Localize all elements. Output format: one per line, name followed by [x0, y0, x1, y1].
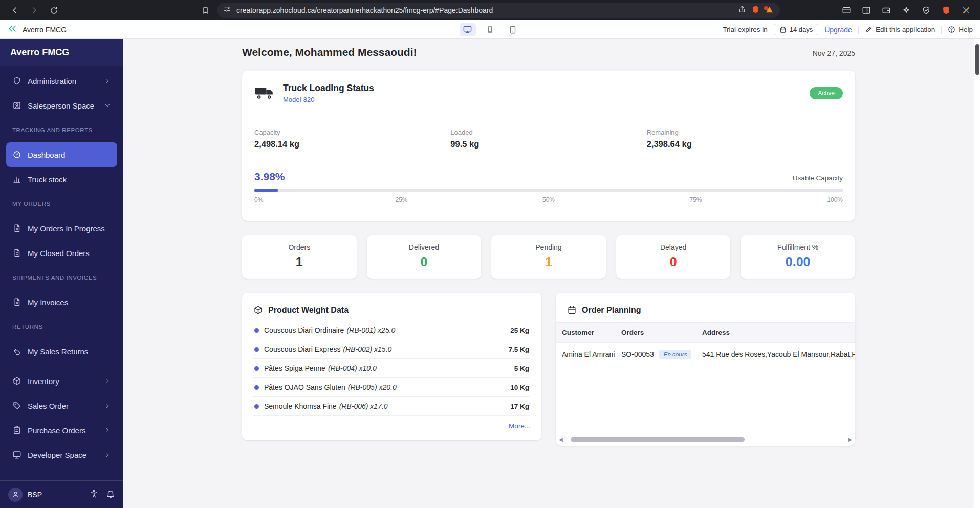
- bar-chart-icon: [12, 175, 21, 184]
- page-scrollbar[interactable]: [974, 39, 980, 508]
- stat-label: Orders: [242, 243, 357, 251]
- truck-model-link[interactable]: Model-820: [283, 96, 374, 103]
- cell-address: 541 Rue des Roses,Yacoub El Mansour,Raba…: [702, 350, 855, 358]
- page-scrollbar-thumb[interactable]: [975, 44, 979, 75]
- vpn-shield-icon[interactable]: [920, 4, 933, 17]
- address-bar[interactable]: creatorapp.zohocloud.ca/creatorpartnerha…: [217, 3, 780, 18]
- sidebar-item-label: Salesperson Space: [28, 101, 94, 110]
- extension-notification-icon[interactable]: [765, 5, 774, 16]
- help-button[interactable]: Help: [948, 26, 973, 33]
- edit-application-button[interactable]: Edit this application: [865, 26, 935, 33]
- sidebar-item-label: Inventory: [28, 377, 59, 386]
- order-table-header: Customer Orders Address: [556, 322, 855, 343]
- order-planning-card: Order Planning Customer Orders Address A…: [556, 293, 855, 446]
- product-weight: 5 Kg: [514, 365, 529, 372]
- wallet-icon[interactable]: [880, 4, 893, 17]
- sidebar-item-sales-order[interactable]: Sales Order: [6, 393, 117, 418]
- accessibility-icon[interactable]: [90, 489, 99, 500]
- scroll-right-icon[interactable]: ▶: [848, 437, 852, 442]
- sidebar-item-dashboard[interactable]: Dashboard: [6, 142, 117, 167]
- sidebar-user-bar: BSP: [0, 480, 123, 508]
- product-weight: 25 Kg: [510, 327, 529, 334]
- tab-preview-icon[interactable]: [840, 4, 853, 17]
- status-badge: Active: [810, 87, 843, 99]
- main-content: Welcome, Mohammed Messaoudi! Nov 27, 202…: [123, 39, 974, 508]
- kpi-row: Orders 1 Delivered 0 Pending 1 Delayed 0…: [242, 235, 855, 279]
- horizontal-scrollbar[interactable]: ◀ ▶: [559, 436, 852, 443]
- sidebar-item-developer-space[interactable]: Developer Space: [6, 442, 117, 467]
- remaining-metric: Remaining 2,398.64 kg: [647, 129, 843, 149]
- product-spec: (RB-006) x17.0: [339, 402, 388, 410]
- column-customer: Customer: [556, 329, 621, 336]
- device-phone-icon[interactable]: [482, 23, 498, 36]
- scrollbar-thumb[interactable]: [571, 437, 745, 442]
- loaded-label: Loaded: [450, 129, 646, 136]
- table-row[interactable]: Amina El Amrani SO-00053 En cours 541 Ru…: [556, 343, 855, 366]
- product-weight: 17 Kg: [510, 403, 529, 410]
- sidebar-item-purchase-orders[interactable]: Purchase Orders: [6, 418, 117, 442]
- calendar-icon: [567, 305, 577, 315]
- remaining-value: 2,398.64 kg: [647, 139, 843, 149]
- sidebar-item-label: Developer Space: [28, 451, 86, 459]
- brave-shield-icon[interactable]: [751, 5, 760, 16]
- sidebar-item-closed-orders[interactable]: My Closed Orders: [6, 241, 117, 265]
- back-icon[interactable]: [7, 3, 23, 18]
- url-text[interactable]: creatorapp.zohocloud.ca/creatorpartnerha…: [236, 6, 733, 14]
- site-settings-icon[interactable]: [223, 5, 231, 15]
- column-orders: Orders: [621, 329, 702, 336]
- brave-rewards-icon[interactable]: [940, 4, 953, 17]
- bell-icon[interactable]: [106, 489, 115, 500]
- upgrade-link[interactable]: Upgrade: [824, 26, 852, 34]
- person-badge-icon: [12, 101, 21, 110]
- avatar[interactable]: [8, 488, 23, 502]
- product-name: Pâtes Spiga Penne: [264, 364, 325, 372]
- order-status-badge: En cours: [659, 350, 691, 359]
- current-date: Nov 27, 2025: [813, 49, 855, 57]
- cube-icon: [12, 376, 21, 386]
- forward-icon[interactable]: [27, 3, 42, 18]
- collapse-panel-icon[interactable]: [7, 24, 17, 35]
- scale-tick: 25%: [395, 196, 407, 203]
- sidebar-item-label: My Orders In Progress: [28, 224, 105, 233]
- sidebar-item-label: Dashboard: [28, 151, 65, 159]
- edit-application-label: Edit this application: [876, 26, 935, 33]
- extension-tools-icon[interactable]: [960, 4, 973, 17]
- browser-chrome: creatorapp.zohocloud.ca/creatorpartnerha…: [0, 0, 980, 20]
- sidebar-toggle-icon[interactable]: [860, 4, 873, 17]
- page-title: Welcome, Mohammed Messaoudi!: [242, 46, 417, 58]
- sidebar-item-label: Administration: [28, 77, 76, 86]
- stat-value: 0: [616, 255, 731, 269]
- bullet-icon: [254, 347, 259, 352]
- sidebar-item-truck-stock[interactable]: Truck stock: [6, 167, 117, 192]
- divider: [941, 26, 942, 34]
- stat-label: Delivered: [367, 243, 482, 251]
- invoice-icon: [12, 298, 21, 307]
- device-tablet-icon[interactable]: [505, 23, 521, 36]
- sidebar-nav: Administration Salesperson Space TRACKIN…: [0, 66, 123, 480]
- device-desktop-icon[interactable]: [460, 23, 476, 36]
- bookmark-icon[interactable]: [198, 3, 213, 18]
- ai-assistant-icon[interactable]: [900, 4, 913, 17]
- sidebar-item-administration[interactable]: Administration: [6, 69, 117, 93]
- sidebar-item-salesperson-space[interactable]: Salesperson Space: [6, 93, 117, 118]
- share-icon[interactable]: [738, 5, 746, 15]
- stat-value: 1: [242, 255, 357, 269]
- sidebar-item-inventory[interactable]: Inventory: [6, 369, 117, 393]
- capacity-label: Capacity: [254, 129, 450, 136]
- device-preview-switcher: [460, 23, 521, 36]
- scroll-left-icon[interactable]: ◀: [559, 437, 563, 442]
- sidebar-item-my-invoices[interactable]: My Invoices: [6, 290, 117, 314]
- product-row: Couscous Diari Ordinaire (RB-001) x25.0 …: [253, 321, 530, 340]
- sidebar-item-orders-in-progress[interactable]: My Orders In Progress: [6, 216, 117, 241]
- pencil-icon: [865, 26, 873, 33]
- bullet-icon: [254, 366, 259, 371]
- product-name: Pâtes OJAO Sans Gluten: [264, 383, 345, 391]
- sidebar-item-label: My Closed Orders: [28, 249, 90, 258]
- more-link[interactable]: More...: [253, 422, 530, 430]
- app-name: Averro FMCG: [23, 26, 67, 34]
- stat-label: Fulfillment %: [741, 243, 855, 251]
- product-weight: 10 Kg: [510, 384, 529, 391]
- reload-icon[interactable]: [46, 3, 61, 18]
- app-topbar: Averro FMCG Trial expires in 14 days Upg…: [0, 20, 980, 39]
- sidebar-item-sales-returns[interactable]: My Sales Returns: [6, 339, 117, 364]
